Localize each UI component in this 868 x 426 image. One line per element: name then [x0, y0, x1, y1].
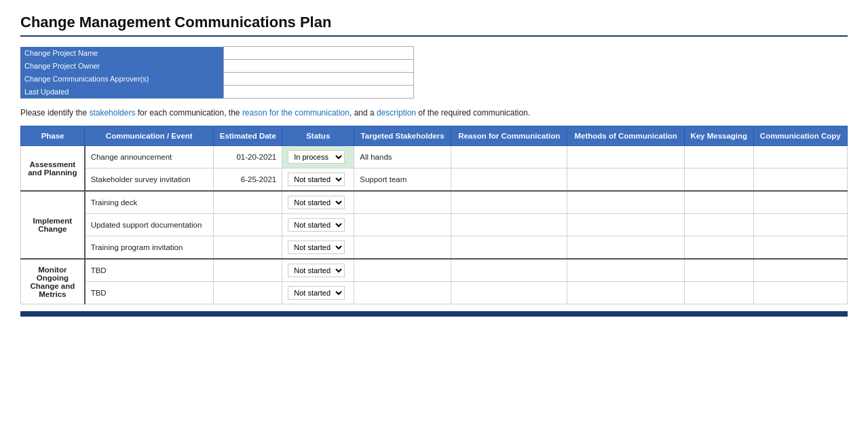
info-value[interactable] [224, 73, 414, 86]
status-select[interactable]: Not startedIn processCompleteOn hold [288, 218, 345, 232]
reason-cell [451, 191, 567, 214]
status-cell[interactable]: Not startedIn processCompleteOn hold [282, 168, 354, 192]
stakeholders-cell [354, 191, 451, 214]
messaging-cell [684, 168, 753, 192]
desc-text-4: of the required communication. [416, 108, 530, 118]
info-label: Change Project Name [20, 47, 224, 60]
copy-cell [753, 282, 847, 304]
table-row: Updated support documentationNot started… [21, 214, 848, 236]
status-cell[interactable]: Not startedIn processCompleteOn hold [282, 146, 354, 168]
event-cell: Stakeholder survey invitation [85, 168, 214, 192]
stakeholders-cell [354, 259, 451, 282]
info-row: Change Project Name [20, 47, 414, 60]
phase-cell: Assessment and Planning [21, 146, 85, 192]
stakeholders-cell: Support team [354, 168, 451, 192]
methods-cell [567, 259, 685, 282]
table-row: Assessment and PlanningChange announceme… [21, 146, 848, 168]
title-divider [20, 35, 848, 37]
event-cell: Change announcement [85, 146, 214, 168]
stakeholders-link[interactable]: stakeholders [89, 108, 135, 118]
reason-link[interactable]: reason for the communication [242, 108, 350, 118]
info-row: Last Updated [20, 86, 414, 99]
status-select[interactable]: Not startedIn processCompleteOn hold [288, 286, 345, 300]
copy-cell [753, 214, 847, 236]
status-cell[interactable]: Not startedIn processCompleteOn hold [282, 259, 354, 282]
methods-cell [567, 236, 685, 260]
column-header: Communication Copy [753, 126, 847, 146]
status-cell[interactable]: Not startedIn processCompleteOn hold [282, 191, 354, 214]
page-title: Change Management Communications Plan [20, 14, 848, 31]
desc-text-2: for each communication, the [135, 108, 242, 118]
main-table: PhaseCommunication / EventEstimated Date… [20, 126, 848, 304]
status-cell[interactable]: Not startedIn processCompleteOn hold [282, 236, 354, 260]
event-cell: Training program invitation [85, 236, 214, 260]
reason-cell [451, 282, 567, 304]
table-row: Stakeholder survey invitation6-25-2021No… [21, 168, 848, 192]
description-link[interactable]: description [377, 108, 416, 118]
date-cell: 01-20-2021 [214, 146, 282, 168]
info-value[interactable] [224, 60, 414, 73]
event-cell: TBD [85, 282, 214, 304]
messaging-cell [684, 259, 753, 282]
date-cell [214, 259, 282, 282]
phase-cell: Monitor Ongoing Change and Metrics [21, 259, 85, 304]
event-cell: Updated support documentation [85, 214, 214, 236]
methods-cell [567, 146, 685, 168]
phase-cell: Implement Change [21, 191, 85, 259]
event-cell: TBD [85, 259, 214, 282]
reason-cell [451, 146, 567, 168]
column-header: Communication / Event [85, 126, 214, 146]
table-row: TBDNot startedIn processCompleteOn hold [21, 282, 848, 304]
column-header: Phase [21, 126, 85, 146]
messaging-cell [684, 191, 753, 214]
status-select[interactable]: Not startedIn processCompleteOn hold [288, 150, 345, 164]
methods-cell [567, 282, 685, 304]
date-cell: 6-25-2021 [214, 168, 282, 192]
date-cell [214, 191, 282, 214]
reason-cell [451, 236, 567, 260]
status-cell[interactable]: Not startedIn processCompleteOn hold [282, 214, 354, 236]
copy-cell [753, 191, 847, 214]
event-cell: Training deck [85, 191, 214, 214]
info-value[interactable] [224, 86, 414, 99]
info-label: Last Updated [20, 86, 224, 99]
messaging-cell [684, 282, 753, 304]
column-header: Methods of Communication [567, 126, 685, 146]
column-header: Reason for Communication [451, 126, 567, 146]
description-paragraph: Please identify the stakeholders for eac… [20, 108, 848, 118]
table-row: Monitor Ongoing Change and MetricsTBDNot… [21, 259, 848, 282]
copy-cell [753, 146, 847, 168]
methods-cell [567, 168, 685, 192]
bottom-bar [20, 311, 848, 317]
stakeholders-cell [354, 236, 451, 260]
info-row: Change Project Owner [20, 60, 414, 73]
table-row: Implement ChangeTraining deckNot started… [21, 191, 848, 214]
reason-cell [451, 259, 567, 282]
table-row: Training program invitationNot startedIn… [21, 236, 848, 260]
info-row: Change Communications Approver(s) [20, 73, 414, 86]
status-select[interactable]: Not startedIn processCompleteOn hold [288, 241, 345, 254]
copy-cell [753, 259, 847, 282]
column-header: Key Messaging [684, 126, 753, 146]
column-header: Status [282, 126, 354, 146]
stakeholders-cell [354, 214, 451, 236]
copy-cell [753, 236, 847, 260]
info-table: Change Project Name Change Project Owner… [20, 46, 414, 99]
messaging-cell [684, 214, 753, 236]
status-select[interactable]: Not startedIn processCompleteOn hold [288, 196, 345, 209]
status-cell[interactable]: Not startedIn processCompleteOn hold [282, 282, 354, 304]
date-cell [214, 236, 282, 260]
stakeholders-cell [354, 282, 451, 304]
methods-cell [567, 191, 685, 214]
copy-cell [753, 168, 847, 192]
desc-text-1: Please identify the [20, 108, 89, 118]
status-select[interactable]: Not startedIn processCompleteOn hold [288, 173, 345, 186]
column-header: Estimated Date [214, 126, 282, 146]
date-cell [214, 214, 282, 236]
info-label: Change Project Owner [20, 60, 224, 73]
date-cell [214, 282, 282, 304]
info-label: Change Communications Approver(s) [20, 73, 224, 86]
status-select[interactable]: Not startedIn processCompleteOn hold [288, 264, 345, 277]
info-value[interactable] [224, 47, 414, 60]
messaging-cell [684, 146, 753, 168]
